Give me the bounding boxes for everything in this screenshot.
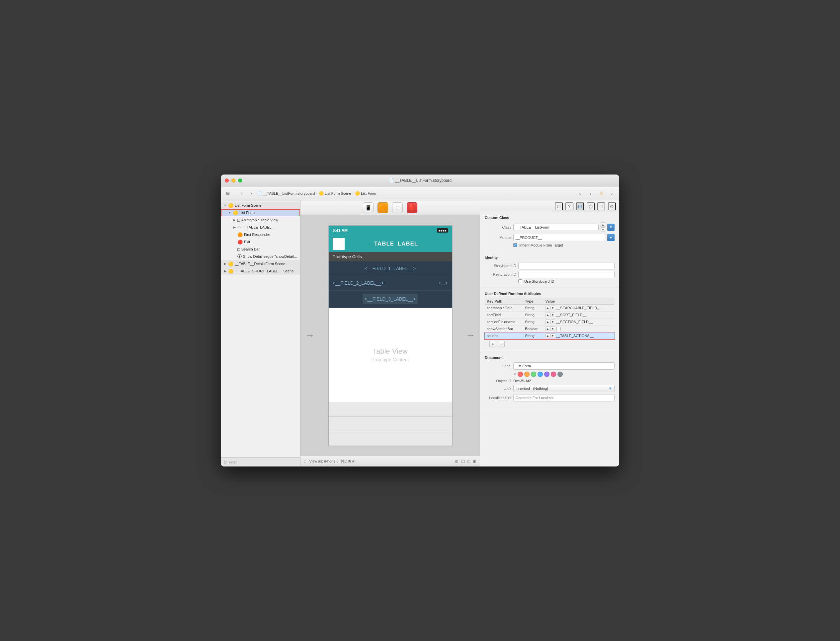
canvas-bottom-icon-3[interactable]: □	[467, 459, 470, 464]
module-input[interactable]: __PRODUCT__	[513, 234, 605, 241]
sidebar-item-exit[interactable]: ▶ 🔴 Exit	[221, 238, 300, 245]
add-attribute-button[interactable]: +	[489, 341, 496, 347]
sidebar-item-first-responder[interactable]: ▶ 🟠 First Responder	[221, 231, 300, 238]
canvas-btn-orange[interactable]: 🟠	[378, 202, 388, 213]
color-chip-green[interactable]	[531, 372, 536, 377]
breadcrumb: 📄 __TABLE__ListForm.storyboard › 🟡 List …	[257, 191, 574, 196]
color-chip-purple[interactable]	[544, 372, 549, 377]
row-2-step-up[interactable]: ▲	[546, 312, 550, 317]
row-key-4: showSectionBar	[485, 325, 523, 332]
grid-view-button[interactable]: ⊞	[224, 190, 231, 197]
canvas-btn-table[interactable]: □	[392, 202, 403, 213]
canvas-bottom-icon-1[interactable]: ⊙	[455, 459, 459, 464]
restoration-id-input[interactable]	[518, 271, 615, 278]
row-3-step-up[interactable]: ▲	[546, 319, 550, 324]
disclosure-table-label[interactable]: ▶	[233, 225, 236, 229]
warning-button[interactable]: ⚠	[597, 190, 605, 197]
panel-icon-help[interactable]: ?	[565, 202, 573, 210]
file-icon: 📄	[388, 178, 394, 183]
sidebar-item-details-form-scene[interactable]: ▶ 🟡 __TABLE__DetailsForm Scene	[221, 260, 300, 267]
canvas-btn-phone[interactable]: 📱	[363, 202, 373, 213]
class-step-down[interactable]: ▼	[601, 227, 605, 232]
class-dropdown-btn[interactable]: ▼	[607, 224, 615, 231]
iphone-bottom	[329, 402, 452, 446]
disclosure-exit: ▶	[233, 240, 236, 243]
segue-icon: ⓘ	[237, 253, 242, 259]
sidebar-item-list-form[interactable]: ▼ 🟡 List Form	[221, 209, 300, 216]
class-input[interactable]: __TABLE__ListForm	[513, 224, 599, 231]
color-chip-pink[interactable]	[551, 372, 556, 377]
main-content: ▼ 🟡 List Form Scene ▼ 🟡 List Form ▶ □ An…	[221, 200, 619, 467]
restoration-id-row: Restoration ID	[485, 271, 615, 278]
panel-icon-identity[interactable]: ⊡	[576, 202, 584, 210]
panel-icon-connections[interactable]: □	[597, 202, 605, 210]
split-view-button[interactable]: ›	[608, 190, 616, 197]
color-chip-blue[interactable]	[538, 372, 543, 377]
panel-icon-bindings[interactable]: ⊙	[608, 202, 616, 210]
cell-field-3-label: <__FIELD_3_LABEL__>	[365, 296, 416, 301]
sidebar-item-short-label-scene[interactable]: ▶ 🟡 __TABLE_SHORT_LABEL__ Scene	[221, 267, 300, 275]
table-row[interactable]: showSectionBar Boolean ▲ ▼	[485, 325, 615, 332]
table-row[interactable]: searchableField String ▲ ▼ __SEARCHABLE_…	[485, 304, 615, 312]
breadcrumb-storyboard[interactable]: 📄 __TABLE__ListForm.storyboard	[257, 191, 315, 196]
breadcrumb-scene[interactable]: 🟡 List Form Scene	[319, 191, 351, 196]
forward-button[interactable]: ›	[248, 190, 255, 197]
class-label: Class	[485, 225, 511, 229]
restoration-id-label: Restoration ID	[485, 272, 516, 276]
row-3-step-down[interactable]: ▼	[551, 319, 555, 324]
back-button[interactable]: ‹	[238, 190, 246, 197]
sidebar-item-list-form-scene[interactable]: ▼ 🟡 List Form Scene	[221, 202, 300, 209]
row-1-step-down[interactable]: ▼	[551, 306, 555, 310]
disclosure-details-scene[interactable]: ▶	[223, 262, 227, 266]
disclosure-short-label[interactable]: ▶	[223, 269, 227, 273]
module-label: Module	[485, 235, 511, 240]
canvas-bottom-icon-4[interactable]: ⊞	[473, 459, 477, 464]
doc-label-input[interactable]	[513, 362, 615, 370]
doc-lock-select[interactable]: Inherited - (Nothing) ▼	[513, 385, 615, 392]
module-dropdown-arrow: ▼	[609, 236, 612, 240]
row-2-step-down[interactable]: ▼	[551, 312, 555, 317]
table-row[interactable]: sortField String ▲ ▼ __SORT_FIELD__	[485, 312, 615, 319]
color-chip-orange[interactable]	[524, 372, 530, 377]
close-button[interactable]	[225, 179, 229, 182]
table-row-selected[interactable]: actions String ▲ ▼ __TABLE_ACTIONS__	[485, 332, 615, 340]
show-section-bar-checkbox[interactable]	[556, 327, 561, 331]
table-row[interactable]: sectionFieldname String ▲ ▼ __SECTION_FI…	[485, 319, 615, 325]
remove-attribute-button[interactable]: −	[498, 341, 505, 347]
row-5-step-down[interactable]: ▼	[551, 333, 555, 338]
disclosure-animatable[interactable]: ▶	[233, 218, 236, 222]
sidebar-item-search-bar[interactable]: ▶ □ Search Bar	[221, 245, 300, 253]
filter-label[interactable]: Filter	[229, 460, 237, 464]
color-chip-red[interactable]	[518, 372, 523, 377]
disclosure-list-form-scene[interactable]: ▼	[223, 204, 227, 207]
module-dropdown-btn[interactable]: ▼	[607, 234, 615, 241]
inherit-module-checkbox[interactable]: ✓	[513, 243, 517, 247]
disclosure-list-form[interactable]: ▼	[228, 211, 231, 214]
nav-back-icon-button[interactable]: ‹	[576, 190, 584, 197]
nav-forward-icon-button[interactable]: ›	[587, 190, 594, 197]
color-clear-button[interactable]: ✕	[513, 372, 516, 377]
breadcrumb-form[interactable]: 🟡 List Form	[355, 191, 376, 196]
doc-hint-input[interactable]	[513, 394, 615, 401]
color-chip-gray[interactable]	[557, 372, 563, 377]
col-value: Value	[543, 298, 615, 304]
row-5-step-up[interactable]: ▲	[546, 333, 550, 338]
row-1-step-up[interactable]: ▲	[546, 306, 550, 310]
sidebar-filter: ⊙ Filter	[221, 457, 300, 467]
canvas-bottom-icon-2[interactable]: ⬡	[461, 459, 465, 464]
maximize-button[interactable]	[238, 179, 242, 182]
sidebar-item-table-label[interactable]: ▶ <> __TABLE_LABEL__	[221, 224, 300, 231]
row-4-step-up[interactable]: ▲	[546, 327, 550, 331]
storyboard-id-input[interactable]	[518, 262, 615, 269]
minimize-button[interactable]	[231, 179, 236, 182]
sidebar-item-animatable-table[interactable]: ▶ □ Animatable Table View	[221, 216, 300, 224]
sidebar-item-segue[interactable]: ▶ ⓘ Show Detail segue "showDetails" t...	[221, 253, 300, 260]
class-step-up[interactable]: ▲	[601, 222, 605, 227]
row-4-step-down[interactable]: ▼	[551, 327, 555, 331]
panel-icon-file[interactable]: □	[555, 202, 563, 210]
use-storyboard-checkbox[interactable]	[518, 279, 522, 283]
canvas-toolbar: 📱 🟠 □ 🔴	[300, 200, 480, 215]
canvas-btn-red[interactable]: 🔴	[407, 202, 417, 213]
panel-icon-size[interactable]: ⬡	[587, 202, 594, 210]
canvas-scroll[interactable]: → 9:41 AM ■■■■ __TABLE_LABEL	[300, 215, 480, 456]
